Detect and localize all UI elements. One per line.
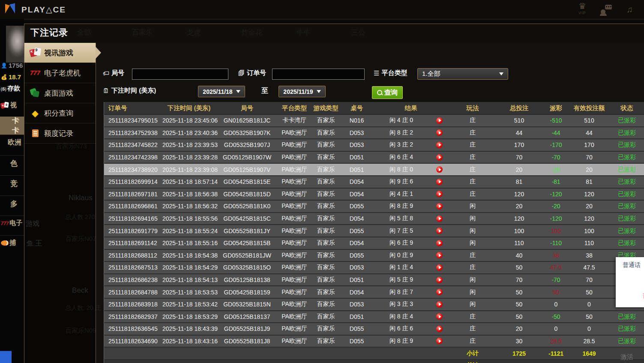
- cell-table-no: D055: [341, 225, 373, 237]
- sidebar-item-diamond[interactable]: ◆积分查询: [24, 103, 96, 123]
- cell-result: 闲 3 庄 3: [373, 299, 430, 310]
- table-row[interactable]: 2511181826875132025-11-18 18:54:29GD0532…: [104, 262, 644, 274]
- cell-status: 已派彩: [608, 164, 644, 175]
- cell-result: 闲 8 庄 4: [373, 311, 430, 323]
- cell-payout: -50: [542, 311, 570, 323]
- table-row[interactable]: 2511181826968612025-11-18 18:56:32GD0552…: [104, 201, 644, 213]
- cell-valid-bet: 20: [570, 201, 608, 212]
- table-row[interactable]: 2511181826881122025-11-18 18:54:38GD0552…: [104, 250, 644, 262]
- replay-play-icon[interactable]: [436, 203, 443, 210]
- query-button[interactable]: 查询: [372, 86, 403, 99]
- nav-video-games[interactable]: K9 视: [0, 101, 24, 109]
- order-no-input[interactable]: [272, 69, 365, 80]
- cell-play-type: 闲: [449, 286, 496, 298]
- user-avatar[interactable]: [6, 26, 24, 63]
- cell-order-no: 251118182699914: [104, 176, 162, 188]
- table-row[interactable]: 2511182347950152025-11-18 23:45:06GN0162…: [104, 115, 644, 127]
- nav-europe-hall[interactable]: 欧洲: [0, 138, 24, 147]
- replay-play-icon[interactable]: [436, 166, 443, 173]
- table-row[interactable]: 2511182347458222025-11-18 23:39:53GD0532…: [104, 139, 644, 152]
- table-row[interactable]: 2511182347529382025-11-18 23:40:36GD0532…: [104, 127, 644, 140]
- replay-play-icon[interactable]: [436, 264, 443, 271]
- cell-platform: 卡卡湾厅: [278, 115, 311, 126]
- moneybag-icon: 💰: [1, 74, 7, 80]
- column-header: 局号: [216, 102, 278, 114]
- replay-play-icon[interactable]: [436, 326, 443, 332]
- cell-table-no: D051: [341, 152, 373, 163]
- replay-play-icon[interactable]: [436, 240, 443, 246]
- replay-play-icon[interactable]: [436, 228, 443, 234]
- cell-status: 已派彩: [608, 336, 644, 347]
- table-row[interactable]: 2511181826829372025-11-18 18:53:29GD0512…: [104, 311, 644, 324]
- replay-play-icon[interactable]: [436, 338, 443, 344]
- music-icon[interactable]: ♫: [626, 6, 633, 13]
- cell-order-no: 251118234742398: [104, 152, 162, 163]
- deposit-button[interactable]: 🄢 存款: [0, 84, 24, 93]
- sidebar-item-777[interactable]: 777电子老虎机: [24, 63, 96, 83]
- table-row[interactable]: 2511181826911422025-11-18 18:55:16GD0542…: [104, 237, 644, 250]
- cell-status: 已派彩: [608, 201, 644, 212]
- background-blue-tile: [0, 351, 12, 363]
- cell-game-type: 百家乐: [311, 274, 341, 286]
- language-option-mandarin[interactable]: 普通话: [623, 261, 644, 269]
- replay-play-icon[interactable]: [436, 129, 443, 136]
- nav-duo[interactable]: 多: [0, 199, 24, 209]
- table-row[interactable]: 2511181826941652025-11-18 18:55:56GD0542…: [104, 213, 644, 225]
- replay-play-icon[interactable]: [436, 301, 443, 308]
- date-from-picker[interactable]: 2025/11/18: [198, 86, 245, 97]
- table-row[interactable]: 2511182347389202025-11-18 23:39:08GD0512…: [104, 164, 644, 176]
- table-row[interactable]: 2511181826971812025-11-18 18:56:38GD0542…: [104, 189, 644, 201]
- column-header: 平台类型: [278, 102, 311, 114]
- nav-slots[interactable]: 777 电子: [0, 219, 24, 227]
- replay-play-icon[interactable]: [436, 117, 443, 124]
- cell-total-bet: 100: [496, 225, 542, 237]
- cell-result: 闲 6 庄 4: [373, 152, 430, 163]
- cell-table-no: D054: [341, 286, 373, 298]
- table-row[interactable]: 2511182347423982025-11-18 23:39:28GD0512…: [104, 152, 644, 164]
- cell-platform: PA欧洲厅: [278, 213, 311, 225]
- replay-play-icon[interactable]: [436, 313, 443, 320]
- platform-type-select[interactable]: 1.全部: [417, 68, 508, 80]
- date-to-picker[interactable]: 2025/11/19: [279, 86, 326, 97]
- replay-play-icon[interactable]: [436, 216, 443, 222]
- table-row[interactable]: 2511181826862382025-11-18 18:54:13GD0512…: [104, 274, 644, 287]
- cell-table-no: N016: [341, 115, 373, 126]
- cell-platform: PA欧洲厅: [278, 189, 311, 200]
- cell-table-no: D051: [341, 311, 373, 323]
- nav-jing[interactable]: 竞: [0, 179, 24, 189]
- replay-play-icon[interactable]: [436, 191, 443, 197]
- round-no-input[interactable]: [132, 69, 228, 80]
- activate-watermark: 激活: [620, 353, 633, 361]
- table-row[interactable]: 2511181826917792025-11-18 18:55:24GD0552…: [104, 225, 644, 237]
- replay-play-icon[interactable]: [436, 277, 443, 283]
- cell-payout: 47.5: [542, 262, 570, 273]
- sidebar-item-table[interactable]: 桌面游戏: [24, 83, 96, 103]
- cell-game-type: 百家乐: [311, 127, 341, 139]
- total-bet: 5950: [496, 360, 542, 363]
- replay-play-icon[interactable]: [436, 179, 443, 185]
- customer-service-icon[interactable]: [601, 5, 612, 14]
- cell-round-no: GD05525B181J8: [216, 336, 278, 347]
- total-label: 总计: [449, 360, 496, 363]
- replay-play-icon[interactable]: [436, 252, 443, 258]
- table-row[interactable]: 2511181826839182025-11-18 18:53:42GD0532…: [104, 299, 644, 311]
- table-row[interactable]: 2511181826847882025-11-18 18:53:53GD0542…: [104, 286, 644, 299]
- playace-logo[interactable]: PLAY△CE: [5, 4, 66, 15]
- cell-valid-bet: 20: [570, 164, 608, 175]
- replay-play-icon[interactable]: [436, 142, 443, 148]
- replay-play-icon[interactable]: [436, 154, 443, 161]
- nav-fishing[interactable]: 捕: [0, 239, 24, 247]
- nav-kaka-hall[interactable]: 卡卡: [0, 117, 24, 135]
- cell-order-no: 251118182697181: [104, 189, 162, 200]
- table-row[interactable]: 2511181826999142025-11-18 18:57:14GD0542…: [104, 176, 644, 189]
- table-row[interactable]: 2511181826346902025-11-18 18:43:16GD0552…: [104, 336, 644, 348]
- cell-status: 已派彩: [608, 139, 644, 151]
- cell-game-type: 百家乐: [311, 225, 341, 237]
- table-row[interactable]: 2511181826365452025-11-18 18:43:39GD0552…: [104, 323, 644, 336]
- cell-bet-time: 2025-11-18 23:40:36: [162, 127, 216, 139]
- vip-icon[interactable]: ♛ VIP: [578, 3, 586, 16]
- nav-se[interactable]: 色: [0, 159, 24, 168]
- replay-play-icon[interactable]: [436, 289, 443, 295]
- sidebar-item-cards[interactable]: K9视讯游戏: [24, 43, 96, 63]
- sidebar-item-doc[interactable]: 额度记录: [24, 123, 96, 144]
